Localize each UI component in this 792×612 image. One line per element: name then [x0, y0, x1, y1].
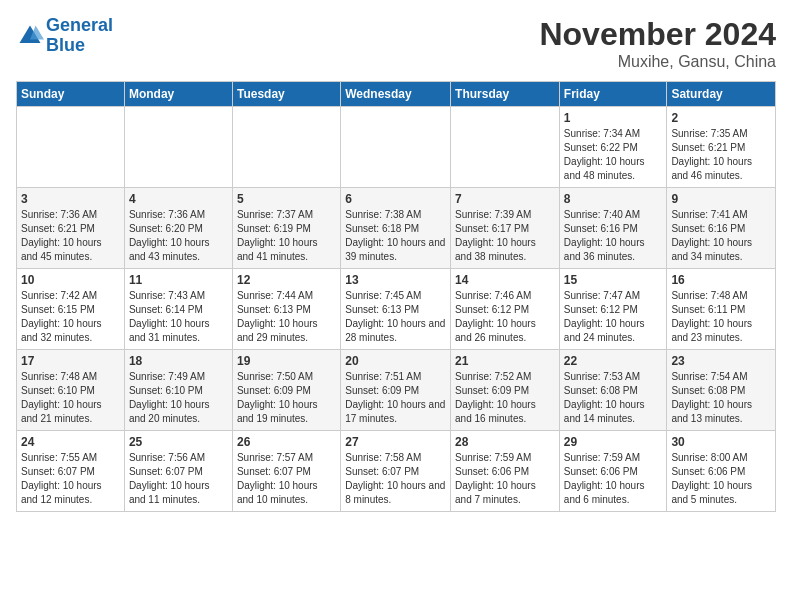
calendar-cell	[17, 107, 125, 188]
calendar-week-row: 17Sunrise: 7:48 AM Sunset: 6:10 PM Dayli…	[17, 350, 776, 431]
calendar-cell: 16Sunrise: 7:48 AM Sunset: 6:11 PM Dayli…	[667, 269, 776, 350]
day-info: Sunrise: 7:51 AM Sunset: 6:09 PM Dayligh…	[345, 370, 446, 426]
calendar-cell: 4Sunrise: 7:36 AM Sunset: 6:20 PM Daylig…	[124, 188, 232, 269]
day-info: Sunrise: 7:48 AM Sunset: 6:11 PM Dayligh…	[671, 289, 771, 345]
calendar-cell: 20Sunrise: 7:51 AM Sunset: 6:09 PM Dayli…	[341, 350, 451, 431]
day-info: Sunrise: 7:45 AM Sunset: 6:13 PM Dayligh…	[345, 289, 446, 345]
day-number: 22	[564, 354, 663, 368]
day-info: Sunrise: 7:36 AM Sunset: 6:21 PM Dayligh…	[21, 208, 120, 264]
day-number: 15	[564, 273, 663, 287]
calendar-week-row: 3Sunrise: 7:36 AM Sunset: 6:21 PM Daylig…	[17, 188, 776, 269]
calendar-week-row: 1Sunrise: 7:34 AM Sunset: 6:22 PM Daylig…	[17, 107, 776, 188]
day-info: Sunrise: 7:48 AM Sunset: 6:10 PM Dayligh…	[21, 370, 120, 426]
day-info: Sunrise: 7:50 AM Sunset: 6:09 PM Dayligh…	[237, 370, 336, 426]
calendar-cell: 21Sunrise: 7:52 AM Sunset: 6:09 PM Dayli…	[451, 350, 560, 431]
day-number: 8	[564, 192, 663, 206]
calendar-cell: 30Sunrise: 8:00 AM Sunset: 6:06 PM Dayli…	[667, 431, 776, 512]
calendar-cell	[124, 107, 232, 188]
day-number: 25	[129, 435, 228, 449]
day-number: 5	[237, 192, 336, 206]
day-info: Sunrise: 7:56 AM Sunset: 6:07 PM Dayligh…	[129, 451, 228, 507]
calendar-cell: 14Sunrise: 7:46 AM Sunset: 6:12 PM Dayli…	[451, 269, 560, 350]
title-block: November 2024 Muxihe, Gansu, China	[539, 16, 776, 71]
calendar-cell: 7Sunrise: 7:39 AM Sunset: 6:17 PM Daylig…	[451, 188, 560, 269]
calendar-cell	[451, 107, 560, 188]
day-info: Sunrise: 7:42 AM Sunset: 6:15 PM Dayligh…	[21, 289, 120, 345]
calendar-cell: 25Sunrise: 7:56 AM Sunset: 6:07 PM Dayli…	[124, 431, 232, 512]
day-info: Sunrise: 7:59 AM Sunset: 6:06 PM Dayligh…	[564, 451, 663, 507]
day-info: Sunrise: 8:00 AM Sunset: 6:06 PM Dayligh…	[671, 451, 771, 507]
day-info: Sunrise: 7:54 AM Sunset: 6:08 PM Dayligh…	[671, 370, 771, 426]
calendar-week-row: 10Sunrise: 7:42 AM Sunset: 6:15 PM Dayli…	[17, 269, 776, 350]
logo-line1: General	[46, 15, 113, 35]
day-info: Sunrise: 7:59 AM Sunset: 6:06 PM Dayligh…	[455, 451, 555, 507]
day-number: 24	[21, 435, 120, 449]
calendar-cell: 9Sunrise: 7:41 AM Sunset: 6:16 PM Daylig…	[667, 188, 776, 269]
day-number: 19	[237, 354, 336, 368]
calendar-cell: 17Sunrise: 7:48 AM Sunset: 6:10 PM Dayli…	[17, 350, 125, 431]
calendar-cell: 11Sunrise: 7:43 AM Sunset: 6:14 PM Dayli…	[124, 269, 232, 350]
day-number: 16	[671, 273, 771, 287]
day-info: Sunrise: 7:55 AM Sunset: 6:07 PM Dayligh…	[21, 451, 120, 507]
calendar-cell: 2Sunrise: 7:35 AM Sunset: 6:21 PM Daylig…	[667, 107, 776, 188]
calendar-cell: 15Sunrise: 7:47 AM Sunset: 6:12 PM Dayli…	[559, 269, 667, 350]
day-number: 13	[345, 273, 446, 287]
calendar-cell: 8Sunrise: 7:40 AM Sunset: 6:16 PM Daylig…	[559, 188, 667, 269]
logo-line2: Blue	[46, 36, 113, 56]
calendar-cell: 12Sunrise: 7:44 AM Sunset: 6:13 PM Dayli…	[232, 269, 340, 350]
logo-text: General Blue	[46, 16, 113, 56]
day-number: 28	[455, 435, 555, 449]
calendar-cell: 6Sunrise: 7:38 AM Sunset: 6:18 PM Daylig…	[341, 188, 451, 269]
day-number: 2	[671, 111, 771, 125]
day-info: Sunrise: 7:37 AM Sunset: 6:19 PM Dayligh…	[237, 208, 336, 264]
weekday-header: Saturday	[667, 82, 776, 107]
calendar-cell: 3Sunrise: 7:36 AM Sunset: 6:21 PM Daylig…	[17, 188, 125, 269]
day-info: Sunrise: 7:49 AM Sunset: 6:10 PM Dayligh…	[129, 370, 228, 426]
calendar-cell: 28Sunrise: 7:59 AM Sunset: 6:06 PM Dayli…	[451, 431, 560, 512]
logo-icon	[16, 22, 44, 50]
day-number: 23	[671, 354, 771, 368]
day-info: Sunrise: 7:38 AM Sunset: 6:18 PM Dayligh…	[345, 208, 446, 264]
day-info: Sunrise: 7:41 AM Sunset: 6:16 PM Dayligh…	[671, 208, 771, 264]
calendar-cell	[232, 107, 340, 188]
day-number: 3	[21, 192, 120, 206]
calendar-cell: 26Sunrise: 7:57 AM Sunset: 6:07 PM Dayli…	[232, 431, 340, 512]
day-number: 17	[21, 354, 120, 368]
day-info: Sunrise: 7:58 AM Sunset: 6:07 PM Dayligh…	[345, 451, 446, 507]
day-info: Sunrise: 7:43 AM Sunset: 6:14 PM Dayligh…	[129, 289, 228, 345]
weekday-header: Monday	[124, 82, 232, 107]
day-number: 7	[455, 192, 555, 206]
weekday-header: Wednesday	[341, 82, 451, 107]
day-number: 9	[671, 192, 771, 206]
calendar-cell: 27Sunrise: 7:58 AM Sunset: 6:07 PM Dayli…	[341, 431, 451, 512]
calendar-cell: 18Sunrise: 7:49 AM Sunset: 6:10 PM Dayli…	[124, 350, 232, 431]
calendar-cell: 23Sunrise: 7:54 AM Sunset: 6:08 PM Dayli…	[667, 350, 776, 431]
page-header: General Blue November 2024 Muxihe, Gansu…	[16, 16, 776, 71]
calendar-cell: 24Sunrise: 7:55 AM Sunset: 6:07 PM Dayli…	[17, 431, 125, 512]
day-number: 14	[455, 273, 555, 287]
calendar-week-row: 24Sunrise: 7:55 AM Sunset: 6:07 PM Dayli…	[17, 431, 776, 512]
day-info: Sunrise: 7:35 AM Sunset: 6:21 PM Dayligh…	[671, 127, 771, 183]
day-number: 6	[345, 192, 446, 206]
calendar-cell	[341, 107, 451, 188]
weekday-header: Friday	[559, 82, 667, 107]
day-number: 10	[21, 273, 120, 287]
day-number: 11	[129, 273, 228, 287]
weekday-header: Sunday	[17, 82, 125, 107]
calendar-cell: 29Sunrise: 7:59 AM Sunset: 6:06 PM Dayli…	[559, 431, 667, 512]
day-info: Sunrise: 7:40 AM Sunset: 6:16 PM Dayligh…	[564, 208, 663, 264]
day-number: 18	[129, 354, 228, 368]
day-info: Sunrise: 7:36 AM Sunset: 6:20 PM Dayligh…	[129, 208, 228, 264]
location: Muxihe, Gansu, China	[539, 53, 776, 71]
day-number: 26	[237, 435, 336, 449]
day-info: Sunrise: 7:57 AM Sunset: 6:07 PM Dayligh…	[237, 451, 336, 507]
day-info: Sunrise: 7:47 AM Sunset: 6:12 PM Dayligh…	[564, 289, 663, 345]
calendar-cell: 19Sunrise: 7:50 AM Sunset: 6:09 PM Dayli…	[232, 350, 340, 431]
day-info: Sunrise: 7:53 AM Sunset: 6:08 PM Dayligh…	[564, 370, 663, 426]
day-info: Sunrise: 7:52 AM Sunset: 6:09 PM Dayligh…	[455, 370, 555, 426]
calendar-table: SundayMondayTuesdayWednesdayThursdayFrid…	[16, 81, 776, 512]
calendar-cell: 22Sunrise: 7:53 AM Sunset: 6:08 PM Dayli…	[559, 350, 667, 431]
day-info: Sunrise: 7:34 AM Sunset: 6:22 PM Dayligh…	[564, 127, 663, 183]
day-number: 29	[564, 435, 663, 449]
day-number: 21	[455, 354, 555, 368]
